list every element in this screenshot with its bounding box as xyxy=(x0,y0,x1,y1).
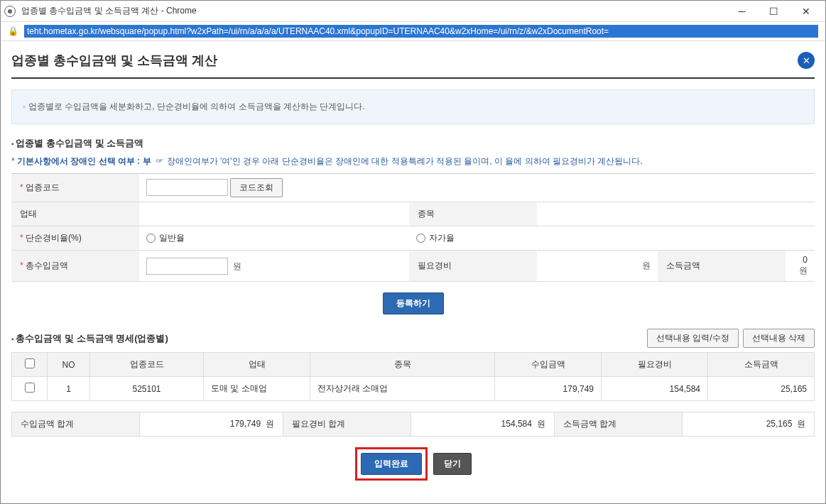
cell-code: 525101 xyxy=(90,377,204,401)
summary-revenue-value: 179,749 xyxy=(230,419,261,429)
col-revenue: 수입금액 xyxy=(495,353,602,377)
summary-income-label: 소득금액 합계 xyxy=(554,412,682,437)
cell-income: 25,165 xyxy=(708,377,815,401)
close-window-button[interactable]: ✕ xyxy=(790,1,822,21)
app-icon xyxy=(4,6,16,17)
label-biz-code: 업종코드 xyxy=(11,174,139,202)
radio-self-input[interactable] xyxy=(416,234,425,243)
radio-general-rate[interactable]: 일반율 xyxy=(146,232,185,244)
lock-icon: 🔒 xyxy=(8,26,18,36)
label-expense: 필요경비 xyxy=(409,251,537,282)
code-lookup-button[interactable]: 코드조회 xyxy=(230,178,283,197)
col-code: 업종코드 xyxy=(90,353,204,377)
summary-expense-value: 154,584 xyxy=(501,419,532,429)
value-biz-type xyxy=(139,202,409,226)
label-simple-rate: 단순경비율(%) xyxy=(11,226,139,251)
submit-button[interactable]: 입력완료 xyxy=(361,453,422,475)
select-all-checkbox[interactable] xyxy=(25,358,35,368)
table-row[interactable]: 1 525101 도매 및 소매업 전자상거래 소매업 179,749 154,… xyxy=(12,377,815,401)
col-income: 소득금액 xyxy=(708,353,815,377)
total-income-input[interactable] xyxy=(146,258,228,275)
label-total-income: 총수입금액 xyxy=(11,251,139,282)
col-expense: 필요경비 xyxy=(602,353,708,377)
delete-selected-button[interactable]: 선택내용 삭제 xyxy=(743,329,815,348)
radio-self-rate[interactable]: 자가율 xyxy=(416,232,455,244)
url-text[interactable]: teht.hometax.go.kr/websquare/popup.html?… xyxy=(24,25,818,38)
cell-item: 전자상거래 소매업 xyxy=(310,377,495,401)
info-text: 업종별로 수입금액을 세분화하고, 단순경비율에 의하여 소득금액을 계산하는 … xyxy=(23,101,803,113)
page-title: 업종별 총수입금액 및 소득금액 계산 xyxy=(11,52,798,69)
col-type: 업태 xyxy=(204,353,310,377)
maximize-button[interactable]: ☐ xyxy=(758,1,790,21)
row-checkbox[interactable] xyxy=(25,383,35,393)
cell-no: 1 xyxy=(48,377,90,401)
biz-code-input[interactable] xyxy=(146,179,228,196)
cell-type: 도매 및 소매업 xyxy=(204,377,310,401)
info-box: 업종별로 수입금액을 세분화하고, 단순경비율에 의하여 소득금액을 계산하는 … xyxy=(11,89,815,124)
close-modal-button[interactable]: ✕ xyxy=(798,52,815,69)
cell-revenue: 179,749 xyxy=(495,377,602,401)
section2-title: 총수입금액 및 소득금액 명세(업종별) xyxy=(11,332,647,345)
label-item: 종목 xyxy=(409,202,537,226)
col-item: 종목 xyxy=(310,353,495,377)
disability-note: 기본사항에서 장애인 선택 여부 : 부 ☞ 장애인여부가 '여'인 경우 아래… xyxy=(11,155,815,168)
col-no: NO xyxy=(48,353,90,377)
label-income-amount: 소득금액 xyxy=(658,251,786,282)
summary-income-value: 25,165 xyxy=(766,419,793,429)
label-biz-type: 업태 xyxy=(11,202,139,226)
summary-expense-label: 필요경비 합계 xyxy=(283,412,411,437)
window-title: 업종별 총수입금액 및 소득금액 계산 - Chrome xyxy=(21,5,726,17)
minimize-button[interactable]: ─ xyxy=(726,1,758,21)
divider xyxy=(11,77,815,79)
value-item xyxy=(537,202,815,226)
submit-highlight: 입력완료 xyxy=(355,447,428,481)
section1-title: 업종별 총수입금액 및 소득금액 xyxy=(11,137,815,150)
edit-selected-button[interactable]: 선택내용 입력/수정 xyxy=(647,329,739,348)
radio-general-input[interactable] xyxy=(146,234,156,243)
income-value: 0 xyxy=(803,255,808,265)
titlebar: 업종별 총수입금액 및 소득금액 계산 - Chrome ─ ☐ ✕ xyxy=(1,1,825,22)
summary-revenue-label: 수입금액 합계 xyxy=(12,412,140,437)
url-bar: 🔒 teht.hometax.go.kr/websquare/popup.htm… xyxy=(1,22,825,41)
input-form-table: 업종코드 코드조회 업태 종목 단순경비율(%) 일반율 xyxy=(11,173,815,282)
details-table: NO 업종코드 업태 종목 수입금액 필요경비 소득금액 1 525101 도매… xyxy=(11,352,815,401)
cell-expense: 154,584 xyxy=(602,377,708,401)
register-button[interactable]: 등록하기 xyxy=(383,292,444,314)
summary-table: 수입금액 합계 179,749 원 필요경비 합계 154,584 원 소득금액… xyxy=(11,412,815,437)
close-button[interactable]: 닫기 xyxy=(433,453,472,475)
